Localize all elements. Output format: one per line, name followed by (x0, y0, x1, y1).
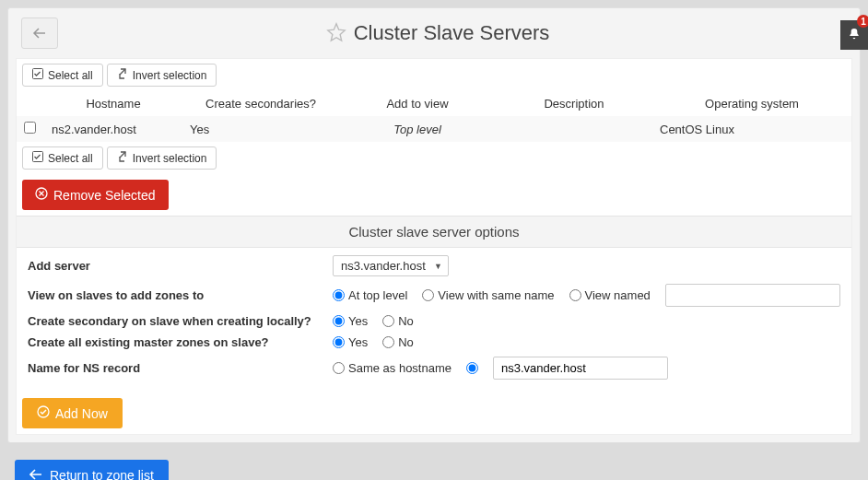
th-os[interactable]: Operating system (652, 91, 851, 116)
opt-no: No (398, 314, 414, 328)
opt-top: At top level (348, 288, 407, 302)
select-all-bottom-button[interactable]: Select all (22, 146, 103, 170)
add-server-select[interactable]: ns3.vander.host ▼ (333, 255, 449, 276)
check-icon (32, 151, 43, 165)
return-button[interactable]: Return to zone list (15, 460, 169, 480)
cell-hostname[interactable]: ns2.vander.host (44, 116, 182, 142)
invert-icon (117, 151, 128, 165)
label-all-existing: Create all existing master zones on slav… (24, 335, 333, 349)
select-all-label: Select all (48, 69, 93, 82)
label-view-slaves: View on slaves to add zones to (24, 288, 333, 302)
return-label: Return to zone list (50, 468, 154, 480)
ns-name-input[interactable] (493, 357, 668, 380)
remove-selected-button[interactable]: Remove Selected (22, 180, 169, 210)
radio-sec-no[interactable] (382, 315, 394, 327)
bell-icon (847, 27, 862, 44)
invert-bottom-button[interactable]: Invert selection (107, 146, 217, 170)
remove-icon (35, 187, 48, 203)
remove-label: Remove Selected (53, 188, 156, 203)
radio-same-name[interactable] (422, 289, 434, 301)
radio-ns-same[interactable] (333, 362, 345, 374)
radio-all-yes[interactable] (333, 336, 345, 348)
radio-top-level[interactable] (333, 289, 345, 301)
th-view[interactable]: Add to view (339, 91, 496, 116)
view-named-input[interactable] (665, 284, 840, 307)
notification-button[interactable]: 1 (840, 20, 868, 50)
page-title: Cluster Slave Servers (354, 21, 550, 45)
select-all-top-button[interactable]: Select all (22, 64, 103, 87)
table-row: ns2.vander.host Yes Top level CentOS Lin… (17, 116, 851, 142)
options-title: Cluster slave server options (17, 216, 851, 248)
servers-table: Hostname Create secondaries? Add to view… (17, 91, 851, 142)
radio-all-no[interactable] (382, 336, 394, 348)
notif-count: 1 (857, 15, 868, 28)
cell-secondaries: Yes (182, 116, 339, 142)
label-add-server: Add server (24, 259, 333, 273)
add-now-button[interactable]: Add Now (22, 398, 123, 428)
opt-same: View with same name (438, 288, 554, 302)
opt-no2: No (398, 335, 414, 349)
add-server-value: ns3.vander.host (341, 259, 426, 273)
check-circle-icon (37, 405, 50, 421)
th-hostname[interactable]: Hostname (44, 91, 182, 116)
th-secondaries[interactable]: Create secondaries? (182, 91, 339, 116)
back-button[interactable] (21, 18, 58, 49)
cell-desc (496, 116, 652, 142)
add-now-label: Add Now (55, 406, 108, 421)
th-desc[interactable]: Description (496, 91, 652, 116)
select-all-label: Select all (48, 152, 93, 165)
radio-ns-custom[interactable] (466, 362, 478, 374)
invert-label: Invert selection (133, 152, 207, 165)
label-secondary: Create secondary on slave when creating … (24, 314, 333, 328)
invert-icon (117, 68, 128, 82)
label-ns-name: Name for NS record (24, 361, 333, 375)
title-wrap: Cluster Slave Servers (65, 21, 810, 45)
chevron-down-icon: ▼ (434, 262, 442, 271)
cell-os: CentOS Linux (652, 116, 851, 142)
star-icon[interactable] (326, 22, 346, 45)
radio-view-named[interactable] (569, 289, 581, 301)
opt-yes2: Yes (348, 335, 368, 349)
opt-named: View named (585, 288, 651, 302)
cell-view: Top level (339, 116, 496, 142)
row-checkbox[interactable] (24, 122, 36, 134)
invert-label: Invert selection (133, 69, 207, 82)
invert-top-button[interactable]: Invert selection (107, 64, 217, 87)
opt-yes: Yes (348, 314, 368, 328)
ns-same-label: Same as hostname (348, 361, 452, 375)
check-icon (32, 68, 43, 82)
radio-sec-yes[interactable] (333, 315, 345, 327)
arrow-left-icon (29, 468, 42, 480)
